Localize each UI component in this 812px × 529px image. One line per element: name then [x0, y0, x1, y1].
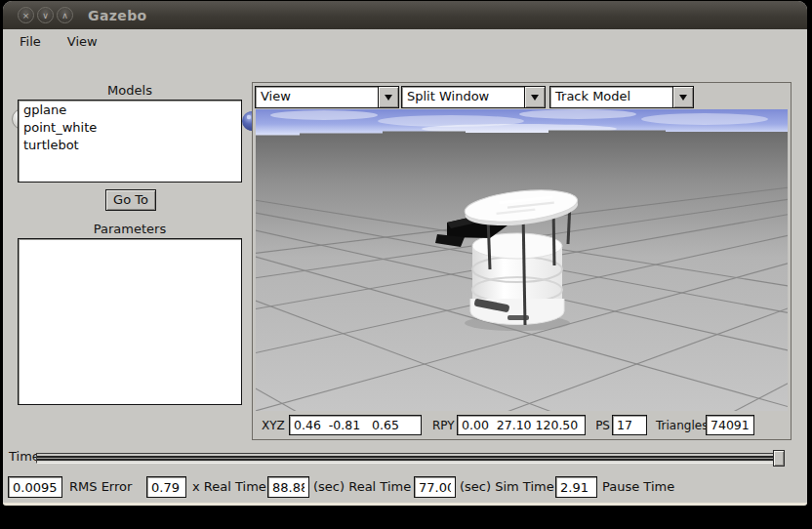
view-dropdown-value: View	[256, 87, 378, 107]
chevron-down-icon	[531, 95, 539, 104]
minimize-button[interactable]: ∨	[37, 7, 54, 23]
toolbar	[3, 54, 807, 84]
3d-viewport[interactable]	[256, 109, 788, 411]
view-dropdown-button[interactable]	[378, 87, 398, 107]
model-list-item[interactable]: turtlebot	[19, 137, 241, 154]
split-window-dropdown[interactable]: Split Window	[401, 86, 546, 108]
view-dropdown[interactable]: View	[255, 86, 399, 108]
menu-view[interactable]: View	[57, 30, 108, 53]
fps-input[interactable]	[612, 415, 647, 435]
desktop: { "window": { "title": "Gazebo", "contro…	[0, 0, 812, 529]
models-list[interactable]: gplane point_white turtlebot	[18, 100, 242, 183]
viewport-panel: View Split Window Track Model	[252, 82, 792, 440]
close-button[interactable]: ×	[18, 7, 34, 23]
real-time-factor-label: x Real Time	[192, 476, 266, 498]
rpy-label: RPY	[432, 415, 455, 436]
3d-scene	[256, 109, 788, 411]
model-list-item[interactable]: gplane	[19, 102, 241, 119]
triangles-label: Triangles	[656, 415, 708, 436]
pause-time-input[interactable]	[555, 476, 597, 498]
window-controls: × ∨ ∧	[3, 7, 73, 23]
triangles-input[interactable]	[706, 415, 754, 435]
time-slider[interactable]	[36, 453, 782, 464]
rpy-input[interactable]	[457, 415, 586, 435]
goto-button[interactable]: Go To	[105, 189, 156, 211]
track-model-dropdown-button[interactable]	[672, 87, 693, 107]
real-time-label: (sec) Real Time	[313, 476, 411, 498]
titlebar[interactable]: × ∨ ∧ Gazebo	[3, 1, 807, 29]
xyz-input[interactable]	[289, 415, 422, 435]
models-title: Models	[18, 83, 242, 98]
window-title: Gazebo	[88, 8, 147, 23]
time-slider-handle[interactable]	[773, 450, 785, 467]
viewport-status-row: XYZ RPY FPS Triangles	[253, 415, 791, 436]
sim-time-label: (sec) Sim Time	[460, 476, 554, 498]
chevron-down-icon	[385, 95, 392, 104]
real-time-input[interactable]	[267, 476, 309, 498]
pause-time-label: Pause Time	[602, 476, 674, 498]
split-window-dropdown-button[interactable]	[524, 87, 545, 107]
menubar: File View	[3, 30, 807, 54]
chevron-down-icon	[679, 95, 687, 104]
maximize-button[interactable]: ∧	[57, 7, 73, 23]
real-time-factor-input[interactable]	[146, 476, 186, 498]
model-list-item[interactable]: point_white	[19, 119, 241, 137]
parameters-list[interactable]	[18, 238, 242, 405]
fps-label: FPS	[596, 415, 610, 436]
track-model-dropdown-value: Track Model	[550, 87, 672, 107]
xyz-label: XYZ	[262, 415, 285, 436]
menu-file[interactable]: File	[9, 30, 52, 53]
sim-time-input[interactable]	[414, 476, 456, 498]
track-model-dropdown[interactable]: Track Model	[549, 86, 694, 108]
split-window-dropdown-value: Split Window	[402, 87, 524, 107]
sky	[256, 109, 788, 136]
rms-error-input[interactable]	[8, 476, 62, 498]
rms-error-label: RMS Error	[69, 476, 132, 498]
gazebo-window: × ∨ ∧ Gazebo File View	[3, 1, 807, 506]
parameters-title: Parameters	[18, 222, 242, 236]
